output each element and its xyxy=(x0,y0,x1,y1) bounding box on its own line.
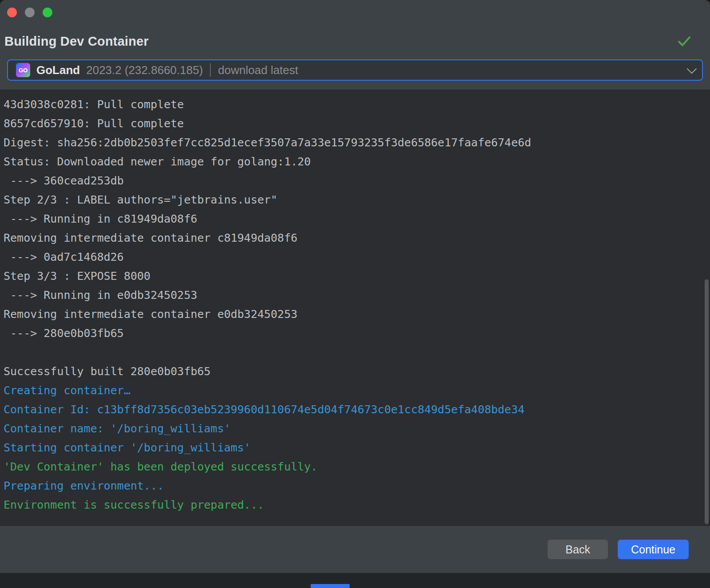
page-title: Building Dev Container xyxy=(4,34,149,49)
log-line: Removing intermediate container e0db3245… xyxy=(4,305,706,324)
log-line: Container name: '/boring_williams' xyxy=(4,419,706,438)
log-line: Creating container… xyxy=(4,381,706,400)
back-button[interactable]: Back xyxy=(548,540,608,559)
log-line: Status: Downloaded newer image for golan… xyxy=(4,152,706,171)
building-dev-container-dialog: Building Dev Container GO GoLand 2023.2 … xyxy=(0,0,710,588)
log-line: ---> Running in e0db32450253 xyxy=(4,286,706,305)
log-line: Environment is successfully prepared... xyxy=(4,495,706,514)
log-line: Preparing environment... xyxy=(4,476,706,495)
ide-product-name: GoLand xyxy=(36,63,80,77)
log-line: ---> 360cead253db xyxy=(4,171,706,190)
ide-selector-dropdown[interactable]: GO GoLand 2023.2 (232.8660.185) download… xyxy=(7,59,703,81)
goland-icon: GO xyxy=(16,63,30,77)
titlebar xyxy=(0,0,710,25)
window-edge-strip xyxy=(0,573,710,588)
progress-indicator xyxy=(311,584,350,588)
log-line: 8657cd657910: Pull complete xyxy=(4,114,706,133)
close-window-button[interactable] xyxy=(7,8,17,17)
chevron-down-icon[interactable] xyxy=(687,64,697,74)
log-line: ---> 0ad7c1468d26 xyxy=(4,247,706,267)
ide-selector-row: GO GoLand 2023.2 (232.8660.185) download… xyxy=(0,58,710,90)
log-line: Digest: sha256:2db0b2503fef7cc825d1ecef3… xyxy=(4,133,706,152)
zoom-window-button[interactable] xyxy=(43,8,52,17)
log-line: Step 2/3 : LABEL authors="jetbrains.user… xyxy=(4,190,706,209)
log-line: ---> 280e0b03fb65 xyxy=(4,324,706,343)
log-line: Container Id: c13bff8d7356c03eb5239960d1… xyxy=(4,400,706,419)
log-line: ---> Running in c81949da08f6 xyxy=(4,209,706,228)
success-check-icon xyxy=(677,35,691,47)
separator xyxy=(210,63,211,77)
goland-icon-label: GO xyxy=(19,67,28,74)
log-line xyxy=(4,343,706,362)
dialog-footer: Back Continue xyxy=(0,525,710,573)
log-line: 'Dev Container' has been deployed succes… xyxy=(4,457,706,476)
ide-version: 2023.2 (232.8660.185) xyxy=(86,63,203,77)
continue-button[interactable]: Continue xyxy=(618,540,689,559)
vertical-scrollbar[interactable] xyxy=(705,279,709,524)
dialog-header: Building Dev Container xyxy=(0,25,710,58)
build-log-console[interactable]: 43d3038c0281: Pull complete 8657cd657910… xyxy=(0,90,710,525)
log-line: Successfully built 280e0b03fb65 xyxy=(4,362,706,381)
log-line: Removing intermediate container c81949da… xyxy=(4,228,706,247)
log-line: Step 3/3 : EXPOSE 8000 xyxy=(4,267,706,286)
log-line: 43d3038c0281: Pull complete xyxy=(4,95,706,114)
download-latest-hint: download latest xyxy=(218,63,298,77)
minimize-window-button[interactable] xyxy=(25,8,35,17)
log-line: Starting container '/boring_williams' xyxy=(4,438,706,457)
